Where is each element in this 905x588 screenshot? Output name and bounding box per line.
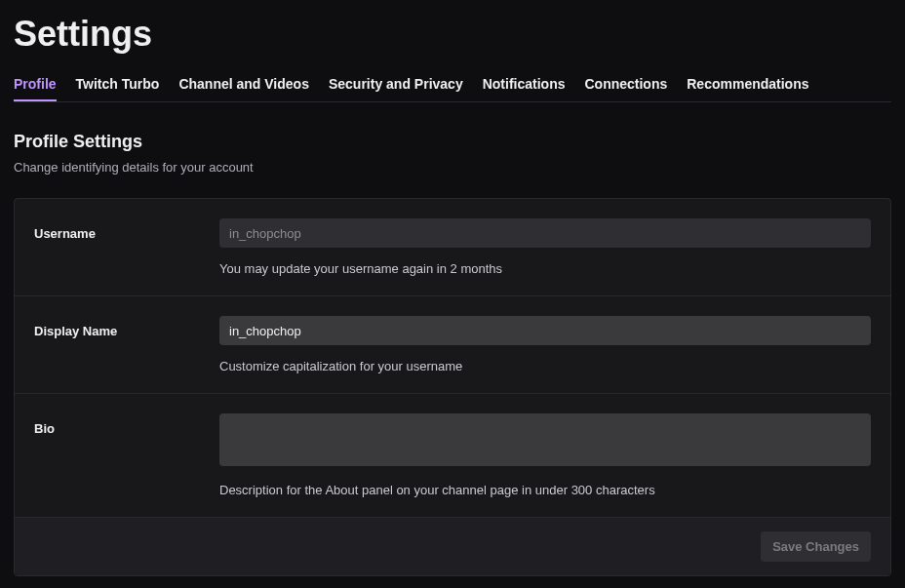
bio-textarea[interactable] <box>219 413 871 466</box>
tab-twitch-turbo[interactable]: Twitch Turbo <box>76 76 160 99</box>
bio-label: Bio <box>34 413 200 497</box>
section-title: Profile Settings <box>14 132 891 152</box>
display-name-input[interactable] <box>219 316 871 345</box>
section-subtitle: Change identifying details for your acco… <box>14 160 891 175</box>
row-bio: Bio Description for the About panel on y… <box>15 394 890 518</box>
save-button[interactable]: Save Changes <box>761 531 871 562</box>
settings-tabs: Profile Twitch Turbo Channel and Videos … <box>14 76 891 102</box>
display-name-helper: Customize capitalization for your userna… <box>219 359 871 373</box>
tab-profile[interactable]: Profile <box>14 76 57 101</box>
tab-channel-and-videos[interactable]: Channel and Videos <box>178 76 309 99</box>
display-name-label: Display Name <box>34 316 200 373</box>
username-input <box>219 218 871 248</box>
card-footer: Save Changes <box>15 518 890 575</box>
page-title: Settings <box>14 14 891 55</box>
username-label: Username <box>34 218 200 276</box>
username-helper: You may update your username again in 2 … <box>219 261 871 276</box>
tab-notifications[interactable]: Notifications <box>483 76 566 99</box>
profile-settings-card: Username You may update your username ag… <box>14 198 891 576</box>
tab-connections[interactable]: Connections <box>584 76 667 99</box>
tab-security-and-privacy[interactable]: Security and Privacy <box>329 76 463 99</box>
row-username: Username You may update your username ag… <box>15 199 890 296</box>
row-display-name: Display Name Customize capitalization fo… <box>15 296 890 394</box>
bio-helper: Description for the About panel on your … <box>219 483 871 497</box>
tab-recommendations[interactable]: Recommendations <box>687 76 808 99</box>
